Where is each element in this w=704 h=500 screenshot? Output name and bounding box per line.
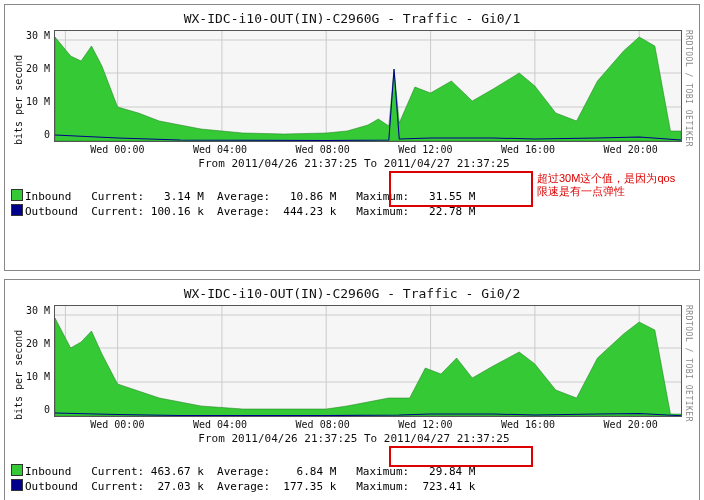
outbound-swatch [11, 479, 23, 491]
x-axis-ticks: Wed 00:00Wed 04:00Wed 08:00Wed 12:00Wed … [66, 417, 682, 430]
y-axis-label: bits per second [11, 30, 26, 170]
chart-plot [54, 30, 682, 142]
date-range: From 2011/04/26 21:37:25 To 2011/04/27 2… [26, 157, 682, 170]
x-axis-ticks: Wed 00:00Wed 04:00Wed 08:00Wed 12:00Wed … [66, 142, 682, 155]
traffic-panel-gi0-2: WX-IDC-i10-OUT(IN)-C2960G - Traffic - Gi… [4, 279, 700, 500]
rrdtool-credit: RRDTOOL / TOBI OETIKER [682, 30, 693, 170]
chart-title: WX-IDC-i10-OUT(IN)-C2960G - Traffic - Gi… [11, 11, 693, 26]
inbound-swatch [11, 189, 23, 201]
chart-plot [54, 305, 682, 417]
highlight-box [389, 446, 533, 467]
legend: Inbound Current: 3.14 M Average: 10.86 M… [11, 174, 693, 264]
date-range: From 2011/04/26 21:37:25 To 2011/04/27 2… [26, 432, 682, 445]
chart-title: WX-IDC-i10-OUT(IN)-C2960G - Traffic - Gi… [11, 286, 693, 301]
outbound-swatch [11, 204, 23, 216]
traffic-panel-gi0-1: WX-IDC-i10-OUT(IN)-C2960G - Traffic - Gi… [4, 4, 700, 271]
y-axis-ticks: 30 M20 M10 M0 [26, 30, 54, 140]
rrdtool-credit: RRDTOOL / TOBI OETIKER [682, 305, 693, 445]
inbound-swatch [11, 464, 23, 476]
y-axis-ticks: 30 M20 M10 M0 [26, 305, 54, 415]
annotation-text: 超过30M这个值，是因为qos 限速是有一点弹性 [537, 172, 675, 198]
y-axis-label: bits per second [11, 305, 26, 445]
legend: Inbound Current: 463.67 k Average: 6.84 … [11, 449, 693, 500]
